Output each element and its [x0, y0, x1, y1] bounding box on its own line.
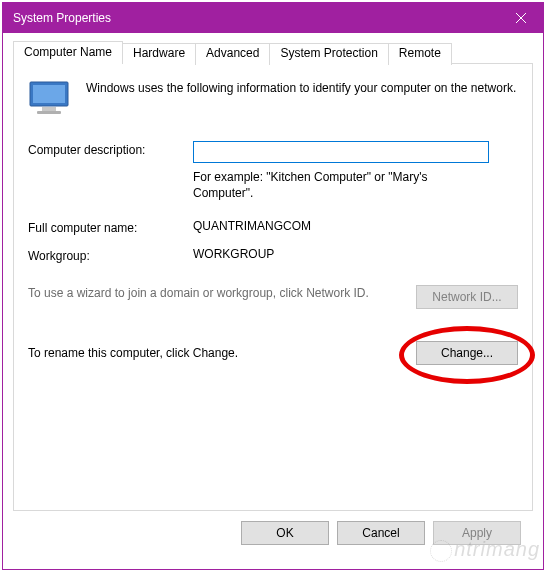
- tab-panel-computer-name: Windows uses the following information t…: [13, 63, 533, 511]
- button-label: Apply: [462, 526, 492, 540]
- tab-strip: Computer Name Hardware Advanced System P…: [13, 41, 533, 63]
- description-label: Computer description:: [28, 141, 193, 157]
- tab-advanced[interactable]: Advanced: [196, 43, 270, 65]
- button-label: OK: [276, 526, 293, 540]
- tab-label: Hardware: [133, 46, 185, 60]
- change-button[interactable]: Change...: [416, 341, 518, 365]
- button-label: Change...: [441, 346, 493, 360]
- close-button[interactable]: [498, 3, 543, 33]
- svg-rect-3: [33, 85, 65, 103]
- tab-computer-name[interactable]: Computer Name: [13, 41, 123, 64]
- computer-icon: [28, 80, 72, 123]
- ok-button[interactable]: OK: [241, 521, 329, 545]
- tab-label: Advanced: [206, 46, 259, 60]
- tab-label: Computer Name: [24, 45, 112, 59]
- full-name-row: Full computer name: QUANTRIMANGCOM: [28, 219, 518, 235]
- rename-text: To rename this computer, click Change.: [28, 346, 402, 360]
- network-id-section: To use a wizard to join a domain or work…: [28, 285, 518, 309]
- button-label: Cancel: [362, 526, 399, 540]
- system-properties-window: System Properties Computer Name Hardware…: [2, 2, 544, 570]
- full-name-value: QUANTRIMANGCOM: [193, 219, 518, 235]
- tab-remote[interactable]: Remote: [389, 43, 452, 65]
- network-id-button: Network ID...: [416, 285, 518, 309]
- tab-label: Remote: [399, 46, 441, 60]
- close-icon: [516, 13, 526, 23]
- svg-rect-4: [42, 107, 56, 111]
- workgroup-value: WORKGROUP: [193, 247, 518, 263]
- description-row: Computer description:: [28, 141, 518, 163]
- content-area: Computer Name Hardware Advanced System P…: [3, 33, 543, 555]
- rename-section: To rename this computer, click Change. C…: [28, 341, 518, 365]
- workgroup-row: Workgroup: WORKGROUP: [28, 247, 518, 263]
- intro-row: Windows uses the following information t…: [28, 80, 518, 123]
- svg-rect-5: [37, 111, 61, 114]
- description-example: For example: "Kitchen Computer" or "Mary…: [193, 169, 489, 201]
- cancel-button[interactable]: Cancel: [337, 521, 425, 545]
- titlebar: System Properties: [3, 3, 543, 33]
- full-name-label: Full computer name:: [28, 219, 193, 235]
- workgroup-label: Workgroup:: [28, 247, 193, 263]
- button-label: Network ID...: [432, 290, 501, 304]
- tab-label: System Protection: [280, 46, 377, 60]
- tab-hardware[interactable]: Hardware: [123, 43, 196, 65]
- intro-text: Windows uses the following information t…: [86, 80, 518, 96]
- tab-system-protection[interactable]: System Protection: [270, 43, 388, 65]
- description-input[interactable]: [193, 141, 489, 163]
- window-title: System Properties: [13, 11, 498, 25]
- network-id-text: To use a wizard to join a domain or work…: [28, 285, 402, 301]
- apply-button: Apply: [433, 521, 521, 545]
- dialog-buttons: OK Cancel Apply: [13, 511, 533, 545]
